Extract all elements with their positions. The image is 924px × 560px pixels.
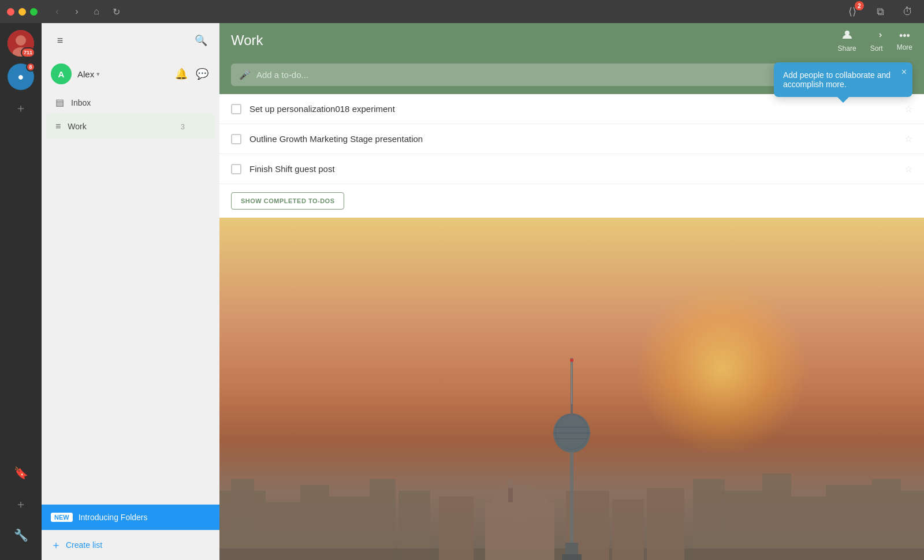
- back-button[interactable]: ‹: [49, 3, 65, 20]
- tooltip-close-button[interactable]: ×: [901, 67, 907, 77]
- todo-checkbox-2[interactable]: [231, 134, 241, 144]
- user-actions: 🔔 💬: [173, 66, 210, 82]
- folders-text: Introducing Folders: [79, 513, 148, 522]
- svg-point-3: [845, 31, 850, 35]
- icon-sidebar-bottom: 🔖 ＋ 🔧: [8, 460, 34, 553]
- forward-button[interactable]: ›: [69, 3, 85, 20]
- svg-rect-5: [231, 479, 254, 560]
- nav-list: ▤ Inbox ≡ Work 3 ✎: [42, 87, 219, 144]
- plus-icon: ＋: [15, 100, 27, 116]
- folders-banner[interactable]: NEW Introducing Folders: [42, 505, 219, 530]
- svg-rect-16: [872, 479, 901, 560]
- layers-icon: ⧉: [877, 6, 884, 18]
- titlebar-layers-button[interactable]: ⧉: [871, 2, 889, 21]
- todo-star-2[interactable]: ☆: [904, 133, 912, 144]
- menu-icon: ≡: [57, 35, 64, 47]
- pencil-icon: ✎: [195, 122, 202, 131]
- maximize-button[interactable]: [30, 8, 38, 16]
- svg-point-1: [16, 35, 26, 46]
- settings-button[interactable]: 🔧: [8, 522, 34, 548]
- svg-point-20: [491, 485, 549, 520]
- sidebar-item-inbox[interactable]: ▤ Inbox: [46, 91, 215, 114]
- todo-list: Set up personalization018 experiment ☆ O…: [219, 94, 924, 218]
- wrench-icon: 🔧: [14, 528, 28, 542]
- show-completed-button[interactable]: SHOW COMPLETED TO-DOS: [231, 192, 344, 210]
- list-icon: ≡: [55, 121, 61, 132]
- minimize-button[interactable]: [18, 8, 26, 16]
- close-button[interactable]: [7, 8, 14, 16]
- icon-sidebar: 711 ● 8 ＋ 🔖 ＋ 🔧: [0, 23, 42, 560]
- todo-star-1[interactable]: ☆: [904, 103, 912, 114]
- user-name-label: Alex: [77, 69, 94, 79]
- todo-item-3[interactable]: Finish Shift guest post ☆: [219, 154, 924, 184]
- share-action-button[interactable]: Share: [838, 29, 856, 53]
- main-topbar: Work Share Sort ••• More: [219, 23, 924, 58]
- user-name-button[interactable]: Alex ▾: [77, 69, 100, 79]
- svg-rect-25: [612, 499, 644, 560]
- svg-rect-9: [370, 479, 396, 560]
- nav-buttons: ‹ › ⌂ ↻: [49, 3, 124, 20]
- share-badge: 2: [855, 1, 864, 10]
- todo-item-1[interactable]: Set up personalization018 experiment ☆: [219, 94, 924, 124]
- starred-button[interactable]: 🔖: [8, 460, 34, 486]
- user-initial: A: [58, 69, 65, 79]
- user-avatar-wrapper[interactable]: 711: [8, 30, 34, 57]
- app-layout: 711 ● 8 ＋ 🔖 ＋ 🔧 ≡: [0, 23, 924, 560]
- create-list-button[interactable]: ＋ Create list: [42, 530, 219, 560]
- sidebar-item-work[interactable]: ≡ Work 3 ✎: [46, 114, 215, 139]
- tooltip-text: Add people to collaborate and accomplish…: [783, 70, 891, 89]
- todo-text-3: Finish Shift guest post: [249, 164, 896, 174]
- svg-rect-11: [693, 479, 725, 560]
- work-label: Work: [68, 122, 173, 131]
- chat-icon: 💬: [196, 68, 208, 80]
- second-user-avatar[interactable]: ● 8: [8, 64, 34, 90]
- microphone-icon: 🎤: [239, 69, 251, 80]
- refresh-button[interactable]: ↻: [108, 3, 124, 20]
- todo-text-2: Outline Growth Marketing Stage presentat…: [249, 134, 896, 144]
- user-initials-avatar: A: [51, 64, 72, 84]
- clock-icon: ⏱: [903, 6, 913, 18]
- svg-rect-33: [571, 358, 572, 404]
- traffic-lights: [7, 8, 38, 16]
- messages-button[interactable]: 💬: [194, 66, 210, 82]
- main-content: Work Share Sort ••• More: [219, 23, 924, 560]
- home-button[interactable]: ⌂: [88, 3, 105, 20]
- search-button[interactable]: 🔍: [192, 31, 210, 50]
- titlebar-share-button[interactable]: ⟨⟩ 2: [843, 2, 862, 21]
- titlebar-right: ⟨⟩ 2 ⧉ ⏱: [843, 2, 917, 21]
- svg-rect-23: [439, 496, 474, 560]
- bookmark-icon: 🔖: [14, 466, 28, 480]
- sun-glow: [635, 283, 808, 456]
- todo-checkbox-1[interactable]: [231, 104, 241, 114]
- todo-star-3[interactable]: ☆: [904, 163, 912, 174]
- add-account-button[interactable]: ＋: [8, 95, 34, 121]
- chevron-down-icon: ▾: [96, 70, 100, 78]
- svg-point-34: [570, 359, 573, 362]
- left-panel-spacer: [42, 144, 219, 505]
- todo-checkbox-3[interactable]: [231, 164, 241, 174]
- add-todo-row: 🎤 Add a to-do... × Add people to collabo…: [219, 58, 924, 94]
- hamburger-button[interactable]: ≡: [51, 31, 69, 50]
- sort-action-button[interactable]: Sort: [870, 29, 883, 53]
- more-icon: •••: [899, 30, 910, 42]
- more-action-button[interactable]: ••• More: [897, 30, 912, 51]
- titlebar-clock-button[interactable]: ⏱: [899, 2, 917, 21]
- todo-item-2[interactable]: Outline Growth Marketing Stage presentat…: [219, 124, 924, 154]
- svg-rect-37: [562, 554, 582, 560]
- tooltip-bubble: × Add people to collaborate and accompli…: [774, 62, 912, 97]
- titlebar: ‹ › ⌂ ↻ ⟨⟩ 2 ⧉ ⏱: [0, 0, 924, 23]
- tooltip-arrow: [837, 97, 849, 103]
- more-label: More: [897, 43, 912, 51]
- berlin-tower-svg: [546, 358, 598, 560]
- second-user-icon: ●: [18, 71, 24, 83]
- share-label: Share: [838, 44, 856, 53]
- sort-label: Sort: [870, 44, 883, 53]
- inbox-icon: ▤: [55, 97, 64, 108]
- notifications-button[interactable]: 🔔: [173, 66, 189, 82]
- topbar-actions: Share Sort ••• More: [838, 29, 912, 53]
- user-row: A Alex ▾ 🔔 💬: [42, 58, 219, 87]
- create-list-plus-icon: ＋: [51, 538, 61, 552]
- page-title: Work: [231, 32, 829, 48]
- add-list-icon: ＋: [15, 496, 27, 512]
- add-list-button[interactable]: ＋: [8, 491, 34, 517]
